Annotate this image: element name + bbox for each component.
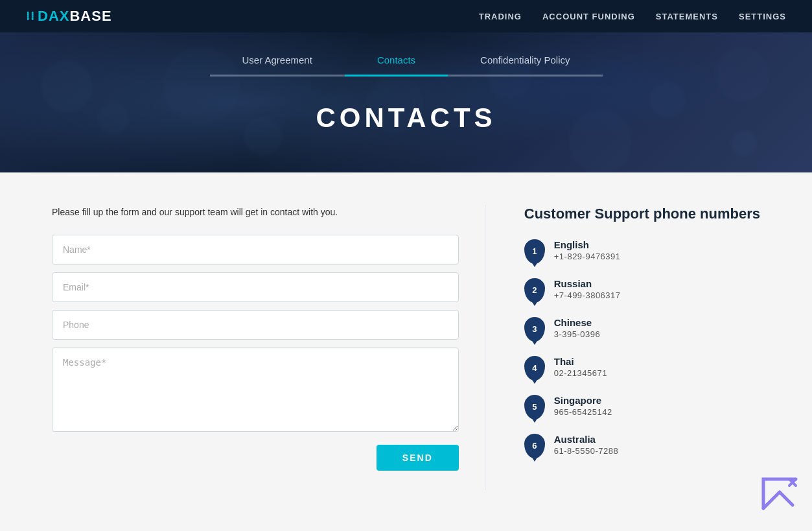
form-intro-text: Please fill up the form and our support … (52, 205, 459, 219)
header: ⁞⁞ DAX BASE TRADING ACCOUNT FUNDING STAT… (0, 0, 812, 32)
nav-statements[interactable]: STATEMENTS (656, 12, 718, 21)
phone-item: 5 Singapore 965-65425142 (524, 395, 760, 419)
send-btn-wrapper: SEND (52, 445, 459, 471)
phone-badge-4: 4 (524, 356, 545, 381)
phone-section: Customer Support phone numbers 1 English… (511, 205, 760, 490)
page-title: CONTACTS (0, 77, 812, 172)
logo: ⁞⁞ DAX BASE (26, 8, 112, 25)
logo-grid-icon: ⁞⁞ (26, 9, 35, 23)
phone-lang-4: Thai (554, 356, 760, 367)
nav-trading[interactable]: TRADING (479, 12, 522, 21)
phone-item: 1 English +1-829-9476391 (524, 239, 760, 264)
phone-number-5: 965-65425142 (554, 407, 760, 417)
phone-number-4: 02-21345671 (554, 368, 760, 378)
phone-details-3: Chinese 3-395-0396 (554, 317, 760, 339)
phone-lang-6: Australia (554, 434, 760, 445)
message-input[interactable] (52, 348, 459, 432)
logo-base: BASE (69, 8, 111, 25)
nav-settings[interactable]: SETTINGS (739, 12, 786, 21)
phone-details-2: Russian +7-499-3806317 (554, 278, 760, 300)
phone-badge-6: 6 (524, 434, 545, 458)
phone-lang-1: English (554, 239, 760, 250)
tab-contacts[interactable]: Contacts (345, 45, 448, 77)
contact-form-section: Please fill up the form and our support … (52, 205, 459, 490)
phone-lang-2: Russian (554, 278, 760, 289)
phone-number-3: 3-395-0396 (554, 329, 760, 339)
phone-item: 3 Chinese 3-395-0396 (524, 317, 760, 342)
phone-item: 6 Australia 61-8-5550-7288 (524, 434, 760, 458)
tab-confidentiality-policy[interactable]: Confidentiality Policy (448, 45, 602, 77)
nav-account-funding[interactable]: ACCOUNT FUNDING (542, 12, 635, 21)
section-divider (485, 205, 485, 490)
phone-badge-5: 5 (524, 395, 545, 419)
phone-number-2: +7-499-3806317 (554, 290, 760, 300)
hero-section: User Agreement Contacts Confidentiality … (0, 32, 812, 172)
phone-lang-3: Chinese (554, 317, 760, 328)
main-content: Please fill up the form and our support … (0, 172, 812, 523)
phone-badge-2: 2 (524, 278, 545, 303)
phone-details-6: Australia 61-8-5550-7288 (554, 434, 760, 456)
tabs-bar: User Agreement Contacts Confidentiality … (0, 32, 812, 77)
phone-details-5: Singapore 965-65425142 (554, 395, 760, 417)
phone-details-4: Thai 02-21345671 (554, 356, 760, 378)
phone-lang-5: Singapore (554, 395, 760, 406)
phone-badge-3: 3 (524, 317, 545, 342)
phone-input[interactable] (52, 310, 459, 340)
logo-dax: DAX (38, 8, 69, 25)
phone-list: 1 English +1-829-9476391 2 Russian +7-49… (524, 239, 760, 458)
email-input[interactable] (52, 272, 459, 302)
phone-details-1: English +1-829-9476391 (554, 239, 760, 261)
phone-badge-1: 1 (524, 239, 545, 264)
name-input[interactable] (52, 235, 459, 265)
phone-section-title: Customer Support phone numbers (524, 205, 760, 224)
phone-item: 2 Russian +7-499-3806317 (524, 278, 760, 303)
bottom-right-icon (760, 473, 799, 518)
send-button[interactable]: SEND (377, 445, 459, 471)
phone-number-1: +1-829-9476391 (554, 252, 760, 261)
tab-user-agreement[interactable]: User Agreement (210, 45, 345, 77)
phone-item: 4 Thai 02-21345671 (524, 356, 760, 381)
phone-number-6: 61-8-5550-7288 (554, 446, 760, 456)
main-nav: TRADING ACCOUNT FUNDING STATEMENTS SETTI… (479, 12, 786, 21)
